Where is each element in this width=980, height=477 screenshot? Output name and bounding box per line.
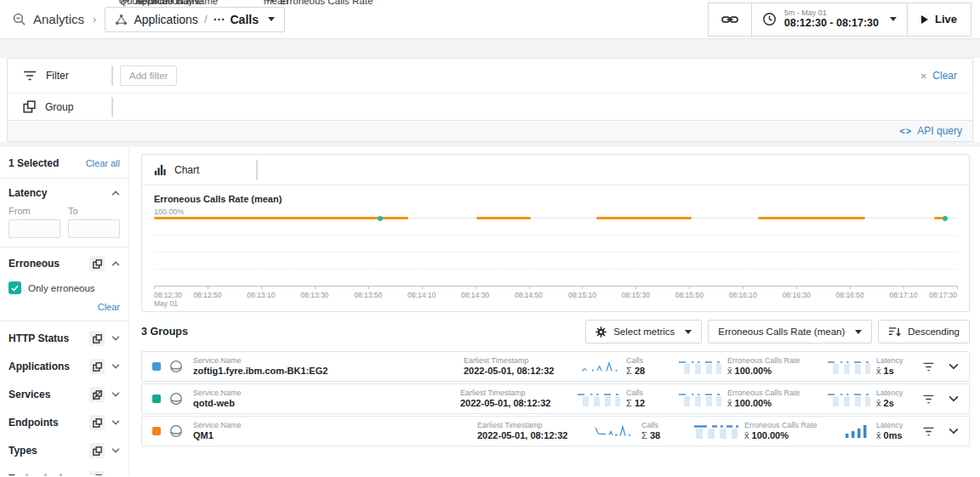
sidebar-section-http-status[interactable]: HTTP Status xyxy=(9,330,120,347)
clear-filters-link[interactable]: × Clear xyxy=(920,70,957,82)
group-by-disabled-icon[interactable] xyxy=(89,387,105,402)
mean-symbol: x̄ xyxy=(744,430,749,440)
timestamp-value: 2022-05-01, 08:12:32 xyxy=(460,398,578,410)
applications-icon xyxy=(115,14,128,26)
sum-symbol: Σ xyxy=(626,366,632,376)
group-by-icon[interactable] xyxy=(89,359,105,374)
code-icon: <> xyxy=(899,126,912,136)
clock-icon xyxy=(762,12,777,26)
group-by-icon[interactable] xyxy=(89,471,105,475)
calls-label: Calls xyxy=(641,421,681,430)
latency-from-label: From xyxy=(9,206,60,216)
chevron-down-icon xyxy=(111,420,120,425)
sort-order-button[interactable]: Descending xyxy=(878,320,970,344)
sort-metric-dropdown[interactable]: Erroneous Calls Rate (mean) xyxy=(708,320,872,344)
x-axis-ticks: 08:12:30May 0108:12:5008:13:1008:13:3008… xyxy=(154,286,957,308)
row-field-label: Service.Name xyxy=(193,356,464,366)
row-filter-icon[interactable] xyxy=(922,395,935,404)
chevron-up-icon xyxy=(111,261,120,266)
series-color-chip xyxy=(152,427,161,435)
row-filter-icon[interactable] xyxy=(922,427,935,436)
table-row[interactable]: Service.Name QM1 Earliest Timestamp 2022… xyxy=(141,416,970,446)
chart-plot-area[interactable]: 100.00% xyxy=(154,218,957,286)
only-erroneous-option[interactable]: Only erroneous xyxy=(9,281,120,294)
time-range-picker[interactable]: 5m - May 01 08:12:30 - 08:17:30 xyxy=(751,3,908,37)
sidebar-section-technologies[interactable]: Technologies xyxy=(9,470,120,475)
clear-all-link[interactable]: Clear all xyxy=(86,158,120,168)
erroneous-rate-label: Erroneous Calls Rate xyxy=(727,389,816,398)
calls-value: 38 xyxy=(650,430,660,440)
chart-title: Erroneous Calls Rate (mean) xyxy=(154,194,957,204)
latency-sparkline xyxy=(845,424,870,438)
groups-table: Service.Name zoftig1.fyre.ibm.com-BK1:EG… xyxy=(141,351,970,446)
breadcrumb-analytics[interactable]: Analytics xyxy=(33,12,84,26)
mean-symbol: x̄ xyxy=(727,366,732,376)
expand-row-icon[interactable] xyxy=(949,428,959,434)
main-panel: Chart Erroneous Calls Rate mean × Erron xyxy=(129,147,980,475)
divider xyxy=(0,321,128,321)
table-row[interactable]: Service.Name qotd-web Earliest Timestamp… xyxy=(141,383,970,414)
chevron-down-icon xyxy=(111,364,120,369)
timestamp-value: 2022-05-01, 08:12:32 xyxy=(464,366,581,378)
share-link-button[interactable] xyxy=(708,3,752,37)
clear-filters-label: Clear xyxy=(932,70,957,82)
latency-from-input[interactable] xyxy=(9,219,60,238)
facet-erroneous-header[interactable]: Erroneous xyxy=(9,256,120,271)
scope-selector[interactable]: Applications / Calls xyxy=(105,7,285,32)
erroneous-rate-sparkline xyxy=(679,392,721,406)
group-by-icon[interactable] xyxy=(89,331,105,346)
divider xyxy=(0,178,128,179)
chevron-down-icon xyxy=(685,330,692,334)
expand-row-icon[interactable] xyxy=(949,395,959,402)
expand-row-icon[interactable] xyxy=(949,363,959,370)
table-row[interactable]: Service.Name zoftig1.fyre.ibm.com-BK1:EG… xyxy=(141,351,970,382)
chevron-down-icon xyxy=(268,17,275,21)
background-gap xyxy=(0,39,980,58)
remove-group-icon[interactable]: × xyxy=(112,0,131,2)
group-icon xyxy=(23,100,36,113)
group-by-icon[interactable] xyxy=(89,256,105,271)
section-label: HTTP Status xyxy=(9,332,83,344)
content-area: 1 Selected Clear all Latency From To Err… xyxy=(0,147,980,475)
calls-value: 12 xyxy=(635,398,645,408)
select-metrics-button[interactable]: Select metrics xyxy=(585,320,702,344)
chart-metric-tag[interactable]: Erroneous Calls Rate mean × xyxy=(256,160,258,180)
chart-body: Erroneous Calls Rate (mean) 100.00% 08:1… xyxy=(142,185,969,311)
group-by-icon[interactable] xyxy=(89,443,105,458)
select-metrics-label: Select metrics xyxy=(613,327,675,337)
group-tag-service-name[interactable]: Service › Name × xyxy=(111,97,113,117)
add-filter-button[interactable]: Add filter xyxy=(120,65,177,86)
series-segment xyxy=(596,217,691,219)
checkbox-checked-icon[interactable] xyxy=(9,281,21,294)
latency-to-input[interactable] xyxy=(68,219,120,238)
series-color-chip xyxy=(152,362,161,371)
sidebar-section-applications[interactable]: Applications xyxy=(9,358,120,375)
facet-latency-header[interactable]: Latency xyxy=(9,187,120,199)
only-erroneous-label: Only erroneous xyxy=(28,283,95,293)
live-button[interactable]: Live xyxy=(907,3,971,37)
erroneous-rate-value: 100.00% xyxy=(752,430,789,440)
analytics-search-icon xyxy=(12,12,26,26)
sidebar-section-types[interactable]: Types xyxy=(9,442,120,459)
row-filter-icon[interactable] xyxy=(922,362,935,372)
filter-label-group: Filter xyxy=(23,70,111,82)
sidebar-section-endpoints[interactable]: Endpoints xyxy=(9,414,120,431)
latency-value: 2s xyxy=(884,398,894,408)
section-label: Services xyxy=(9,389,83,400)
breadcrumb-divider: / xyxy=(204,13,208,26)
mean-symbol: x̄ xyxy=(876,430,881,440)
api-query-link[interactable]: API query xyxy=(917,125,962,137)
group-by-icon[interactable] xyxy=(89,415,105,430)
erroneous-rate-label: Erroneous Calls Rate xyxy=(727,356,816,366)
remove-metric-icon[interactable]: × xyxy=(257,0,276,2)
row-field-label: Service.Name xyxy=(193,421,477,430)
series-point-marker xyxy=(943,216,948,221)
filter-label: Filter xyxy=(46,70,69,82)
service-icon xyxy=(169,392,183,406)
erroneous-clear-link[interactable]: Clear xyxy=(9,302,120,312)
sidebar-section-services[interactable]: Services xyxy=(9,386,120,403)
latency-sparkline xyxy=(828,360,870,374)
filter-tag-application-name[interactable]: Application › Name = Quote of the Day × xyxy=(111,65,113,86)
calls-value: 28 xyxy=(635,366,645,376)
section-label: Technologies xyxy=(9,473,83,475)
